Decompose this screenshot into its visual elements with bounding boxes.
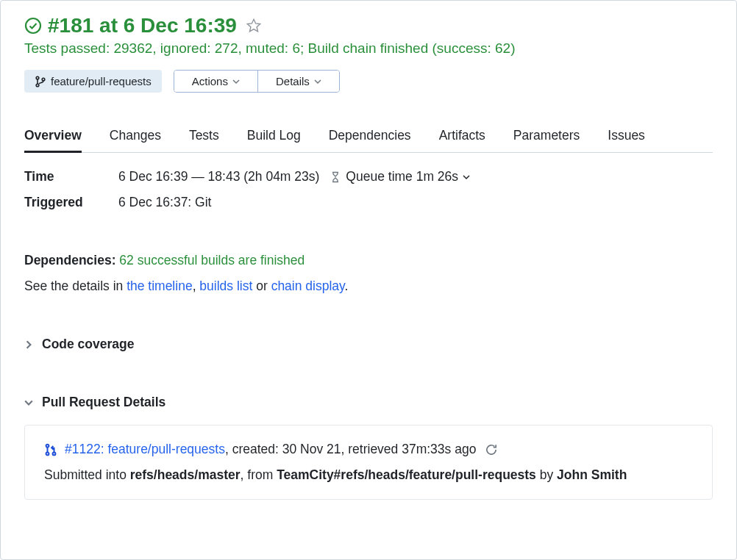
- dependencies-details: See the details in the timeline, builds …: [24, 279, 713, 294]
- svg-point-4: [46, 444, 49, 447]
- time-value: 6 Dec 16:39 — 18:43 (2h 04m 23s): [118, 169, 319, 184]
- pull-request-icon: [44, 443, 57, 456]
- svg-point-2: [36, 84, 39, 87]
- pr-meta: , created: 30 Nov 21, retrieved 37m:33s …: [225, 442, 476, 456]
- svg-point-5: [46, 452, 49, 455]
- dependencies-block: Dependencies: 62 successful builds are f…: [24, 253, 713, 294]
- tab-tests[interactable]: Tests: [189, 128, 219, 152]
- tab-overview[interactable]: Overview: [24, 128, 82, 152]
- chevron-down-icon: [314, 78, 321, 85]
- dependencies-line: Dependencies: 62 successful builds are f…: [24, 253, 713, 268]
- dependencies-link[interactable]: 62 successful builds are finished: [119, 253, 305, 268]
- branch-chip[interactable]: feature/pull-requests: [24, 70, 162, 93]
- chevron-down-icon: [232, 78, 240, 85]
- button-group: Actions Details: [174, 70, 340, 93]
- actions-button[interactable]: Actions: [174, 71, 257, 92]
- triggered-value: 6 Dec 16:37: Git: [118, 195, 211, 210]
- svg-point-3: [42, 78, 45, 81]
- pr-details-expander[interactable]: Pull Request Details: [24, 395, 713, 410]
- chevron-down-icon: [24, 398, 33, 407]
- deps-period: .: [345, 279, 349, 293]
- triggered-label: Triggered: [24, 195, 118, 210]
- code-coverage-label: Code coverage: [42, 337, 134, 352]
- pr-link-wrap: #1122: feature/pull-requests, created: 3…: [65, 442, 476, 457]
- deps-sep1: ,: [193, 279, 200, 293]
- pr-from: TeamCity#refs/heads/feature/pull-request…: [277, 467, 536, 482]
- pr-by: John Smith: [557, 467, 627, 482]
- triggered-row: Triggered 6 Dec 16:37: Git: [24, 195, 713, 210]
- time-label: Time: [24, 169, 118, 184]
- deps-prefix: See the details in: [24, 279, 127, 293]
- pr-second-line: Submitted into refs/heads/master, from T…: [44, 467, 693, 483]
- tab-build-log[interactable]: Build Log: [247, 128, 301, 152]
- pr-first-line: #1122: feature/pull-requests, created: 3…: [44, 442, 693, 457]
- timeline-link[interactable]: the timeline: [127, 279, 193, 293]
- tab-parameters[interactable]: Parameters: [513, 128, 580, 152]
- success-icon: [24, 17, 42, 35]
- hourglass-icon: [330, 171, 341, 183]
- tab-changes[interactable]: Changes: [110, 128, 161, 152]
- chevron-down-icon: [463, 173, 470, 181]
- branch-icon: [35, 76, 46, 87]
- pr-details-heading: Pull Request Details: [42, 395, 165, 410]
- pr-sub-prefix: Submitted into: [44, 467, 130, 482]
- dependencies-heading: Dependencies:: [24, 253, 115, 268]
- actions-label: Actions: [192, 75, 228, 87]
- refresh-icon[interactable]: [485, 443, 498, 456]
- queue-time[interactable]: Queue time 1m 26s: [330, 169, 470, 184]
- details-label: Details: [276, 75, 310, 87]
- pr-into: refs/heads/master: [130, 467, 241, 482]
- queue-time-label: Queue time 1m 26s: [346, 169, 458, 184]
- branch-name: feature/pull-requests: [51, 75, 152, 87]
- chain-display-link[interactable]: chain display: [271, 279, 345, 293]
- pr-by-prefix: by: [536, 467, 557, 482]
- deps-sep2: or: [252, 279, 271, 293]
- details-button[interactable]: Details: [257, 71, 339, 92]
- code-coverage-expander[interactable]: Code coverage: [24, 337, 713, 352]
- time-value-group: 6 Dec 16:39 — 18:43 (2h 04m 23s) Queue t…: [118, 169, 470, 184]
- svg-point-1: [36, 76, 39, 79]
- title-row: #181 at 6 Dec 16:39: [24, 14, 713, 37]
- star-icon[interactable]: [246, 18, 262, 34]
- controls-row: feature/pull-requests Actions Details: [24, 70, 713, 93]
- svg-point-0: [26, 18, 40, 33]
- pr-link[interactable]: #1122: feature/pull-requests: [65, 442, 225, 456]
- svg-point-6: [53, 452, 56, 455]
- tab-issues[interactable]: Issues: [608, 128, 645, 152]
- tabs: Overview Changes Tests Build Log Depende…: [24, 128, 713, 153]
- builds-list-link[interactable]: builds list: [199, 279, 252, 293]
- pr-from-prefix: , from: [241, 467, 277, 482]
- build-title: #181 at 6 Dec 16:39: [48, 14, 237, 37]
- tab-dependencies[interactable]: Dependencies: [329, 128, 411, 152]
- build-page: #181 at 6 Dec 16:39 Tests passed: 29362,…: [0, 0, 737, 560]
- summary-line: Tests passed: 29362, ignored: 272, muted…: [24, 40, 713, 57]
- pr-card: #1122: feature/pull-requests, created: 3…: [24, 425, 713, 500]
- tab-artifacts[interactable]: Artifacts: [439, 128, 485, 152]
- time-row: Time 6 Dec 16:39 — 18:43 (2h 04m 23s) Qu…: [24, 169, 713, 184]
- chevron-right-icon: [24, 340, 33, 349]
